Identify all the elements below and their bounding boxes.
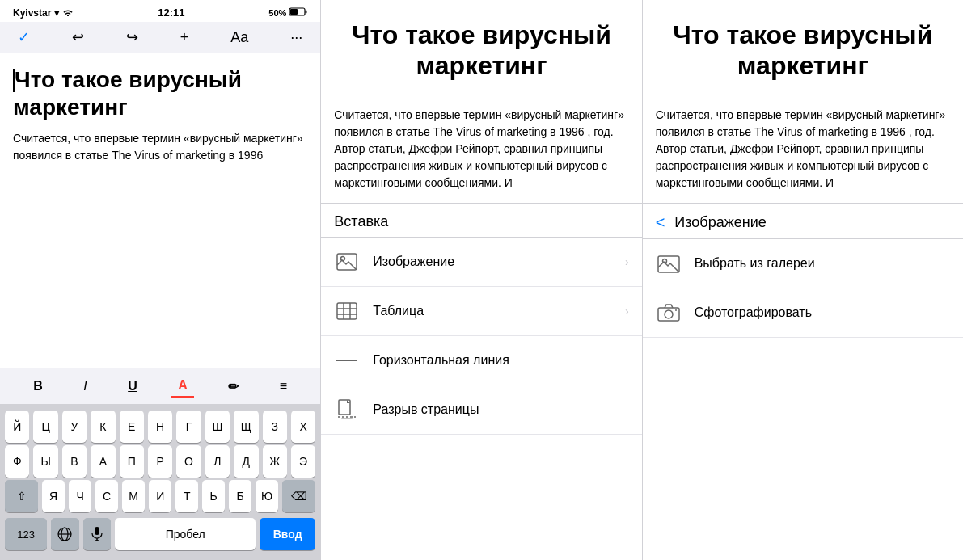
key-ь[interactable]: Ь: [202, 480, 225, 512]
key-й[interactable]: Й: [5, 411, 29, 443]
carrier-label: Kyivstar: [13, 7, 51, 19]
key-м[interactable]: М: [122, 480, 145, 512]
panel2-doc-title: Что такое вирусный маркетинг: [334, 19, 628, 82]
key-и[interactable]: И: [149, 480, 171, 512]
svg-rect-19: [341, 418, 353, 419]
key-ф[interactable]: Ф: [5, 445, 29, 478]
table-icon: [334, 298, 360, 324]
key-р[interactable]: Р: [148, 445, 172, 478]
check-button[interactable]: ✓: [13, 27, 35, 48]
image-submenu-header: < Изображение: [643, 204, 963, 239]
key-н[interactable]: Н: [148, 411, 172, 443]
panel3-doc-title: Что такое вирусный маркетинг: [656, 19, 950, 82]
status-right: 50%: [268, 7, 307, 18]
keyboard-row-3: ⇧ Я Ч С М И Т Ь Б Ю ⌫: [5, 480, 315, 512]
svg-point-23: [665, 310, 673, 318]
enter-key[interactable]: Ввод: [260, 518, 315, 550]
key-б[interactable]: Б: [229, 480, 251, 512]
battery-icon: [289, 7, 307, 18]
svg-point-24: [675, 309, 677, 311]
menu-item-hrule[interactable]: Горизонтальная линия: [321, 336, 641, 385]
backspace-key[interactable]: ⌫: [282, 480, 315, 512]
image-submenu-title: Изображение: [674, 214, 766, 231]
space-key[interactable]: Пробел: [115, 518, 255, 550]
key-ч[interactable]: Ч: [69, 480, 91, 512]
italic-button[interactable]: I: [77, 376, 93, 397]
undo-button[interactable]: ↩: [67, 27, 89, 48]
mic-key[interactable]: [83, 518, 112, 550]
gallery-label: Выбрать из галереи: [695, 256, 950, 271]
document-area[interactable]: Что такое вирусный маркетинг Считается, …: [0, 53, 320, 368]
key-г[interactable]: Г: [176, 411, 201, 443]
format-button[interactable]: Aa: [226, 27, 253, 48]
key-я[interactable]: Я: [42, 480, 65, 512]
highlight-button[interactable]: ✏: [222, 376, 245, 398]
key-о[interactable]: О: [176, 445, 201, 478]
key-в[interactable]: В: [62, 445, 87, 478]
svg-rect-6: [95, 527, 99, 535]
svg-rect-2: [306, 11, 307, 14]
pagebreak-icon: [334, 397, 360, 423]
key-э[interactable]: Э: [291, 445, 315, 478]
status-left: Kyivstar ▾: [13, 7, 74, 19]
hrule-label: Горизонтальная линия: [373, 353, 628, 368]
key-ж[interactable]: Ж: [263, 445, 287, 478]
key-щ[interactable]: Щ: [234, 411, 258, 443]
menu-item-image[interactable]: Изображение ›: [321, 238, 641, 287]
keyboard-row-2: Ф Ы В А П Р О Л Д Ж Э: [5, 445, 315, 478]
key-а[interactable]: А: [91, 445, 115, 478]
panel3-doc-body: Считается, что впервые термин «вирусный …: [643, 95, 963, 204]
key-х[interactable]: Х: [291, 411, 315, 443]
image-submenu-list: Выбрать из галереи Сфотографировать: [643, 239, 963, 560]
status-bar: Kyivstar ▾ 12:11 50%: [0, 0, 320, 22]
phones-container: Kyivstar ▾ 12:11 50% ✓ ↩ ↪ + Aa ···: [0, 0, 963, 560]
gallery-icon: [656, 251, 682, 276]
hrule-icon: [334, 347, 360, 373]
menu-item-gallery[interactable]: Выбрать из галереи: [643, 239, 963, 288]
globe-key[interactable]: [51, 518, 79, 550]
num-key[interactable]: 123: [5, 518, 47, 550]
key-ы[interactable]: Ы: [33, 445, 57, 478]
bold-button[interactable]: B: [27, 376, 49, 397]
key-ю[interactable]: Ю: [256, 480, 278, 512]
insert-menu-header: Вставка: [321, 204, 641, 238]
camera-icon: [656, 300, 682, 326]
redo-button[interactable]: ↪: [121, 27, 143, 48]
list-button[interactable]: ≡: [273, 376, 294, 397]
key-ш[interactable]: Ш: [205, 411, 230, 443]
keyboard-bottom-row: 123 Пробел Ввод: [0, 515, 320, 554]
document-title: Что такое вирусный маркетинг: [13, 66, 307, 120]
image-icon: [334, 249, 360, 275]
key-ц[interactable]: Ц: [33, 411, 57, 443]
document-body: Считается, что впервые термин «вирусный …: [13, 130, 307, 164]
more-button[interactable]: ···: [285, 27, 307, 48]
signal-icon: ▾: [54, 7, 59, 19]
menu-item-table[interactable]: Таблица ›: [321, 287, 641, 336]
key-с[interactable]: С: [95, 480, 118, 512]
panel2-doc-body: Считается, что впервые термин «вирусный …: [321, 95, 641, 204]
key-е[interactable]: Е: [120, 411, 144, 443]
key-л[interactable]: Л: [205, 445, 230, 478]
insert-button[interactable]: +: [175, 27, 194, 48]
underline-button[interactable]: U: [121, 376, 144, 397]
insert-menu-list: Изображение › Таблица › Горизонтальная л…: [321, 238, 641, 560]
key-з[interactable]: З: [263, 411, 287, 443]
editor-toolbar: ✓ ↩ ↪ + Aa ···: [0, 22, 320, 53]
back-button[interactable]: <: [656, 213, 669, 232]
key-к[interactable]: К: [91, 411, 115, 443]
color-button[interactable]: A: [171, 375, 194, 398]
menu-item-camera[interactable]: Сфотографировать: [643, 288, 963, 338]
panel-insert-menu: Что такое вирусный маркетинг Считается, …: [321, 0, 642, 560]
pagebreak-label: Разрыв страницы: [373, 402, 628, 417]
key-д[interactable]: Д: [234, 445, 258, 478]
menu-item-pagebreak[interactable]: Разрыв страницы: [321, 385, 641, 435]
key-п[interactable]: П: [120, 445, 144, 478]
shift-key[interactable]: ⇧: [5, 480, 38, 512]
svg-rect-1: [290, 9, 298, 15]
keyboard: Й Ц У К Е Н Г Ш Щ З Х Ф Ы В А П Р О: [0, 405, 320, 560]
wifi-icon: [62, 7, 74, 19]
battery-label: 50%: [268, 8, 286, 18]
camera-label: Сфотографировать: [695, 305, 950, 320]
key-у[interactable]: У: [62, 411, 87, 443]
key-т[interactable]: Т: [175, 480, 198, 512]
